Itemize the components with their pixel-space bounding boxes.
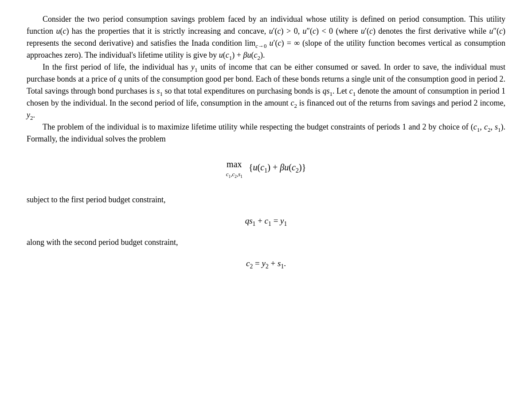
paragraph-2: In the first period of life, the individ… (27, 61, 505, 121)
max-label: max (227, 157, 242, 171)
page: Consider the two period consumption savi… (0, 0, 532, 417)
max-expression: {u(c1) + βu(c2)} (249, 161, 306, 174)
max-operator: max c1,c2,s1 (226, 157, 243, 177)
subject-to-text: subject to the first period budget const… (27, 194, 505, 206)
equation-1: qs1 + c1 = y1 (27, 215, 505, 228)
max-subscript: c1,c2,s1 (226, 171, 243, 177)
paragraph-1: Consider the two period consumption savi… (27, 13, 505, 61)
paragraph-3: The problem of the individual is to maxi… (27, 121, 505, 145)
along-with-text: along with the second period budget cons… (27, 236, 505, 248)
equation-2: c2 = y2 + s1. (27, 257, 505, 270)
optimization-problem: max c1,c2,s1 {u(c1) + βu(c2)} (27, 157, 505, 177)
